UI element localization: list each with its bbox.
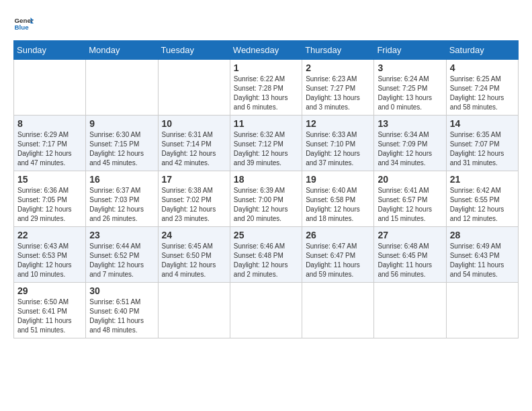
day-info: Sunrise: 6:22 AM Sunset: 7:28 PM Dayligh… bbox=[234, 75, 298, 112]
day-number: 27 bbox=[378, 230, 442, 240]
calendar-table: SundayMondayTuesdayWednesdayThursdayFrid… bbox=[13, 40, 519, 338]
calendar-cell: 26 Sunrise: 6:47 AM Sunset: 6:47 PM Dayl… bbox=[302, 227, 374, 283]
day-info: Sunrise: 6:47 AM Sunset: 6:47 PM Dayligh… bbox=[306, 242, 370, 279]
day-info: Sunrise: 6:29 AM Sunset: 7:17 PM Dayligh… bbox=[17, 130, 82, 168]
day-info: Sunrise: 6:43 AM Sunset: 6:53 PM Dayligh… bbox=[17, 242, 82, 279]
day-number: 12 bbox=[306, 118, 370, 129]
day-number: 24 bbox=[162, 230, 226, 240]
calendar-cell bbox=[230, 283, 302, 338]
calendar-cell bbox=[446, 283, 518, 338]
weekday-header: Sunday bbox=[14, 41, 86, 60]
calendar-cell: 12 Sunrise: 6:33 AM Sunset: 7:10 PM Dayl… bbox=[302, 116, 374, 171]
svg-text:Blue: Blue bbox=[15, 24, 30, 31]
day-number: 1 bbox=[234, 62, 298, 73]
day-info: Sunrise: 6:25 AM Sunset: 7:24 PM Dayligh… bbox=[450, 75, 515, 112]
calendar-cell: 23 Sunrise: 6:44 AM Sunset: 6:52 PM Dayl… bbox=[86, 227, 158, 283]
calendar-cell: 30 Sunrise: 6:51 AM Sunset: 6:40 PM Dayl… bbox=[86, 283, 158, 338]
weekday-header: Wednesday bbox=[230, 41, 302, 60]
day-info: Sunrise: 6:38 AM Sunset: 7:02 PM Dayligh… bbox=[162, 186, 226, 224]
day-number: 10 bbox=[162, 118, 226, 129]
calendar-cell: 15 Sunrise: 6:36 AM Sunset: 7:05 PM Dayl… bbox=[14, 171, 86, 227]
weekday-header: Thursday bbox=[302, 41, 374, 60]
calendar-cell: 11 Sunrise: 6:32 AM Sunset: 7:12 PM Dayl… bbox=[230, 116, 302, 171]
day-number: 2 bbox=[306, 62, 370, 73]
calendar-cell: 16 Sunrise: 6:37 AM Sunset: 7:03 PM Dayl… bbox=[86, 171, 158, 227]
day-info: Sunrise: 6:37 AM Sunset: 7:03 PM Dayligh… bbox=[89, 186, 154, 224]
page-header: General Blue bbox=[13, 13, 519, 34]
calendar-cell bbox=[374, 283, 446, 338]
calendar-cell: 19 Sunrise: 6:40 AM Sunset: 6:58 PM Dayl… bbox=[302, 171, 374, 227]
calendar-cell: 3 Sunrise: 6:24 AM Sunset: 7:25 PM Dayli… bbox=[374, 60, 446, 116]
day-info: Sunrise: 6:31 AM Sunset: 7:14 PM Dayligh… bbox=[162, 130, 226, 168]
day-number: 23 bbox=[89, 230, 154, 240]
calendar-cell: 13 Sunrise: 6:34 AM Sunset: 7:09 PM Dayl… bbox=[374, 116, 446, 171]
day-number: 18 bbox=[234, 174, 298, 185]
day-info: Sunrise: 6:45 AM Sunset: 6:50 PM Dayligh… bbox=[162, 242, 226, 279]
day-number: 29 bbox=[17, 285, 82, 296]
day-info: Sunrise: 6:30 AM Sunset: 7:15 PM Dayligh… bbox=[89, 130, 154, 168]
calendar-cell: 2 Sunrise: 6:23 AM Sunset: 7:27 PM Dayli… bbox=[302, 60, 374, 116]
day-number: 20 bbox=[378, 174, 442, 185]
day-number: 19 bbox=[306, 174, 370, 185]
weekday-header: Friday bbox=[374, 41, 446, 60]
calendar-week-row: 1 Sunrise: 6:22 AM Sunset: 7:28 PM Dayli… bbox=[14, 60, 519, 116]
calendar-cell bbox=[158, 283, 230, 338]
day-info: Sunrise: 6:39 AM Sunset: 7:00 PM Dayligh… bbox=[234, 186, 298, 224]
day-info: Sunrise: 6:42 AM Sunset: 6:55 PM Dayligh… bbox=[450, 186, 515, 224]
calendar-week-row: 22 Sunrise: 6:43 AM Sunset: 6:53 PM Dayl… bbox=[14, 227, 519, 283]
day-info: Sunrise: 6:36 AM Sunset: 7:05 PM Dayligh… bbox=[17, 186, 82, 224]
day-info: Sunrise: 6:35 AM Sunset: 7:07 PM Dayligh… bbox=[450, 130, 515, 168]
day-number: 26 bbox=[306, 230, 370, 240]
weekday-header-row: SundayMondayTuesdayWednesdayThursdayFrid… bbox=[14, 41, 519, 60]
day-info: Sunrise: 6:44 AM Sunset: 6:52 PM Dayligh… bbox=[89, 242, 154, 279]
day-info: Sunrise: 6:50 AM Sunset: 6:41 PM Dayligh… bbox=[17, 298, 82, 335]
calendar-cell: 21 Sunrise: 6:42 AM Sunset: 6:55 PM Dayl… bbox=[446, 171, 518, 227]
calendar-cell: 9 Sunrise: 6:30 AM Sunset: 7:15 PM Dayli… bbox=[86, 116, 158, 171]
calendar-week-row: 8 Sunrise: 6:29 AM Sunset: 7:17 PM Dayli… bbox=[14, 116, 519, 171]
weekday-header: Tuesday bbox=[158, 41, 230, 60]
day-number: 17 bbox=[162, 174, 226, 185]
weekday-header: Monday bbox=[86, 41, 158, 60]
calendar-cell: 20 Sunrise: 6:41 AM Sunset: 6:57 PM Dayl… bbox=[374, 171, 446, 227]
calendar-cell: 10 Sunrise: 6:31 AM Sunset: 7:14 PM Dayl… bbox=[158, 116, 230, 171]
weekday-header: Saturday bbox=[446, 41, 518, 60]
calendar-cell: 29 Sunrise: 6:50 AM Sunset: 6:41 PM Dayl… bbox=[14, 283, 86, 338]
calendar-cell bbox=[158, 60, 230, 116]
day-number: 3 bbox=[378, 62, 442, 73]
day-info: Sunrise: 6:49 AM Sunset: 6:43 PM Dayligh… bbox=[450, 242, 515, 279]
calendar-cell: 28 Sunrise: 6:49 AM Sunset: 6:43 PM Dayl… bbox=[446, 227, 518, 283]
calendar-cell: 18 Sunrise: 6:39 AM Sunset: 7:00 PM Dayl… bbox=[230, 171, 302, 227]
calendar-cell: 25 Sunrise: 6:46 AM Sunset: 6:48 PM Dayl… bbox=[230, 227, 302, 283]
day-number: 8 bbox=[17, 118, 82, 129]
day-number: 21 bbox=[450, 174, 515, 185]
day-info: Sunrise: 6:40 AM Sunset: 6:58 PM Dayligh… bbox=[306, 186, 370, 224]
day-info: Sunrise: 6:32 AM Sunset: 7:12 PM Dayligh… bbox=[234, 130, 298, 168]
day-number: 15 bbox=[17, 174, 82, 185]
day-info: Sunrise: 6:24 AM Sunset: 7:25 PM Dayligh… bbox=[378, 75, 442, 112]
calendar-cell: 24 Sunrise: 6:45 AM Sunset: 6:50 PM Dayl… bbox=[158, 227, 230, 283]
calendar-cell: 1 Sunrise: 6:22 AM Sunset: 7:28 PM Dayli… bbox=[230, 60, 302, 116]
calendar-week-row: 29 Sunrise: 6:50 AM Sunset: 6:41 PM Dayl… bbox=[14, 283, 519, 338]
day-number: 22 bbox=[17, 230, 82, 240]
day-info: Sunrise: 6:34 AM Sunset: 7:09 PM Dayligh… bbox=[378, 130, 442, 168]
calendar-cell bbox=[86, 60, 158, 116]
day-number: 13 bbox=[378, 118, 442, 129]
day-number: 11 bbox=[234, 118, 298, 129]
day-number: 9 bbox=[89, 118, 154, 129]
day-number: 4 bbox=[450, 62, 515, 73]
day-number: 30 bbox=[89, 285, 154, 296]
day-info: Sunrise: 6:51 AM Sunset: 6:40 PM Dayligh… bbox=[89, 298, 154, 335]
calendar-cell: 8 Sunrise: 6:29 AM Sunset: 7:17 PM Dayli… bbox=[14, 116, 86, 171]
day-info: Sunrise: 6:46 AM Sunset: 6:48 PM Dayligh… bbox=[234, 242, 298, 279]
calendar-cell bbox=[302, 283, 374, 338]
day-info: Sunrise: 6:41 AM Sunset: 6:57 PM Dayligh… bbox=[378, 186, 442, 224]
calendar-cell: 14 Sunrise: 6:35 AM Sunset: 7:07 PM Dayl… bbox=[446, 116, 518, 171]
calendar-cell: 22 Sunrise: 6:43 AM Sunset: 6:53 PM Dayl… bbox=[14, 227, 86, 283]
day-number: 28 bbox=[450, 230, 515, 240]
day-number: 14 bbox=[450, 118, 515, 129]
calendar-cell: 17 Sunrise: 6:38 AM Sunset: 7:02 PM Dayl… bbox=[158, 171, 230, 227]
calendar-cell bbox=[14, 60, 86, 116]
calendar-cell: 27 Sunrise: 6:48 AM Sunset: 6:45 PM Dayl… bbox=[374, 227, 446, 283]
calendar-body: 1 Sunrise: 6:22 AM Sunset: 7:28 PM Dayli… bbox=[14, 60, 519, 338]
calendar-week-row: 15 Sunrise: 6:36 AM Sunset: 7:05 PM Dayl… bbox=[14, 171, 519, 227]
